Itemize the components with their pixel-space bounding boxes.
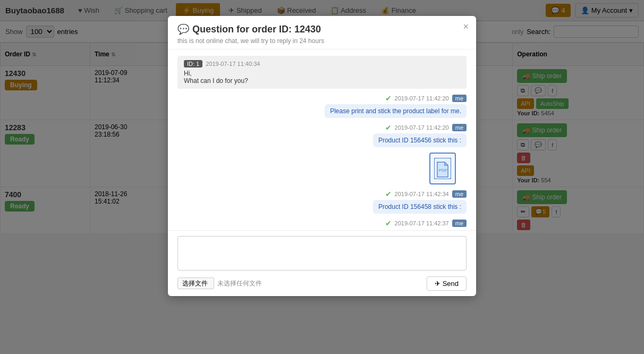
msg-time: 2019-07-17 11:42:37: [395, 220, 449, 226]
check-icon: ✔: [385, 190, 392, 198]
chat-icon: 💬: [177, 23, 189, 35]
id-badge: ID: 1: [184, 60, 202, 68]
svg-text:PDF: PDF: [439, 168, 447, 173]
pdf-icon: PDF: [429, 153, 456, 184]
pdf-attachment: PDF: [177, 153, 456, 184]
chat-message-user-2: ✔ 2019-07-17 11:42:20 me Product ID 1564…: [177, 123, 467, 147]
modal-subtitle: this is not online chat, we will try to …: [177, 37, 467, 45]
chat-modal: 💬 Question for order ID: 12430 this is n…: [168, 16, 476, 234]
chat-message-user-1: ✔ 2019-07-17 11:42:20 me Please print an…: [177, 94, 467, 118]
msg-text: Hi,What can I do for you?: [184, 70, 460, 85]
modal-header: 💬 Question for order ID: 12430 this is n…: [168, 16, 476, 49]
me-badge: me: [452, 95, 467, 102]
modal-title: 💬 Question for order ID: 12430: [177, 23, 467, 35]
modal-close-button[interactable]: ×: [463, 21, 469, 32]
check-icon: ✔: [385, 123, 392, 132]
chat-message-user-3: ✔ 2019-07-17 11:42:34 me Product ID 1564…: [177, 190, 467, 214]
me-badge: me: [452, 220, 467, 227]
msg-bubble: Product ID 156458 stick this :: [373, 200, 467, 214]
msg-time: 2019-07-17 11:40:34: [206, 61, 260, 67]
check-icon: ✔: [385, 219, 392, 227]
chat-message-system: ID: 1 2019-07-17 11:40:34 Hi,What can I …: [177, 56, 467, 89]
chat-area: ID: 1 2019-07-17 11:40:34 Hi,What can I …: [168, 49, 476, 230]
msg-time: 2019-07-17 11:42:20: [395, 95, 449, 102]
me-badge: me: [452, 190, 467, 198]
chat-footer: 选择文件 未选择任何文件 ✈ Send: [168, 230, 476, 234]
modal-overlay: 💬 Question for order ID: 12430 this is n…: [0, 0, 644, 234]
msg-bubble: Product ID 156456 stick this :: [373, 133, 467, 147]
chat-message-user-4: ✔ 2019-07-17 11:42:37 me: [177, 219, 467, 227]
msg-bubble: Please print and stick the product label…: [325, 104, 467, 118]
me-badge: me: [452, 124, 467, 131]
check-icon: ✔: [385, 94, 392, 103]
msg-time: 2019-07-17 11:42:20: [395, 124, 449, 131]
msg-time: 2019-07-17 11:42:34: [395, 191, 449, 197]
